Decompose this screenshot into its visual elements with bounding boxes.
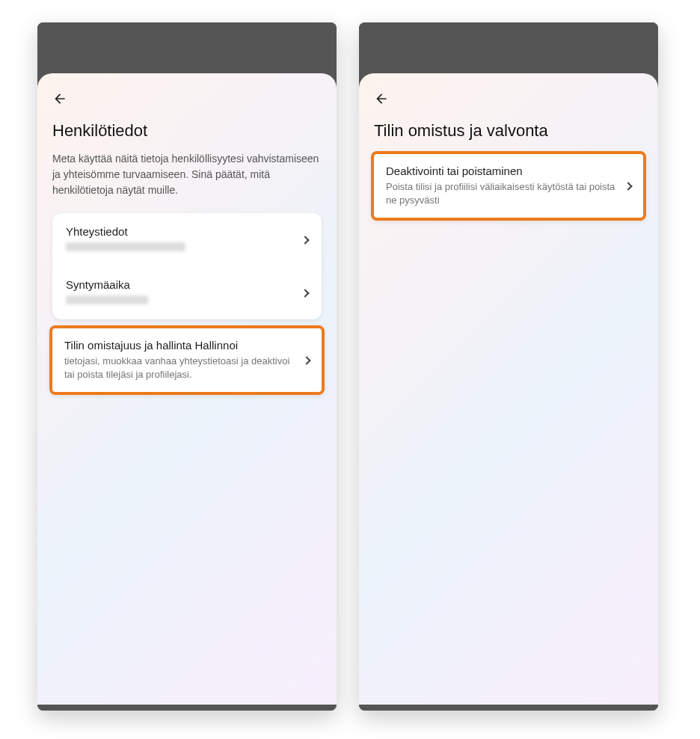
page-title: Henkilötiedot [52,121,322,141]
nav-bar [359,705,658,711]
list-item-deactivation[interactable]: Deaktivointi tai poistaminen Poista tili… [374,154,643,218]
page-title: Tilin omistus ja valvonta [374,121,643,141]
page-description: Meta käyttää näitä tietoja henkilöllisyy… [52,151,322,198]
item-text: Yhteystiedot [66,225,302,254]
phone-screen-2: Tilin omistus ja valvonta Deaktivointi t… [359,22,658,711]
item-text: Tilin omistajuus ja hallinta Hallinnoi t… [64,339,304,381]
arrow-left-icon [374,91,389,106]
chevron-right-icon [301,289,309,297]
highlighted-frame: Tilin omistajuus ja hallinta Hallinnoi t… [49,325,325,395]
settings-list: Yhteystiedot Syntymäaika [52,213,322,319]
item-subtitle: Poista tilisi ja profiilisi väliaikaises… [386,180,618,207]
content-sheet: Henkilötiedot Meta käyttää näitä tietoja… [37,73,337,705]
list-item-contact-info[interactable]: Yhteystiedot [52,213,322,266]
nav-bar [37,705,337,711]
back-button[interactable] [374,91,389,106]
list-item-birthday[interactable]: Syntymäaika [52,266,322,319]
item-text: Deaktivointi tai poistaminen Poista tili… [386,165,625,207]
item-title: Tilin omistajuus ja hallinta Hallinnoi [64,339,296,352]
highlighted-frame: Deaktivointi tai poistaminen Poista tili… [371,151,646,221]
redacted-value [66,295,148,304]
item-subtitle: tietojasi, muokkaa vanhaa yhteystietoasi… [64,355,296,381]
status-bar [359,22,658,73]
chevron-right-icon [302,356,310,364]
content-sheet: Tilin omistus ja valvonta Deaktivointi t… [359,73,658,705]
item-title: Syntymäaika [66,278,295,291]
back-button[interactable] [52,91,67,106]
status-bar [37,22,337,73]
item-title: Deaktivointi tai poistaminen [386,165,618,177]
chevron-right-icon [301,236,309,244]
list-item-account-ownership[interactable]: Tilin omistajuus ja hallinta Hallinnoi t… [52,328,322,392]
chevron-right-icon [624,182,632,190]
item-title: Yhteystiedot [66,225,295,238]
phone-screen-1: Henkilötiedot Meta käyttää näitä tietoja… [37,22,337,711]
item-text: Syntymäaika [66,278,302,307]
arrow-left-icon [52,91,67,106]
redacted-value [66,242,185,251]
